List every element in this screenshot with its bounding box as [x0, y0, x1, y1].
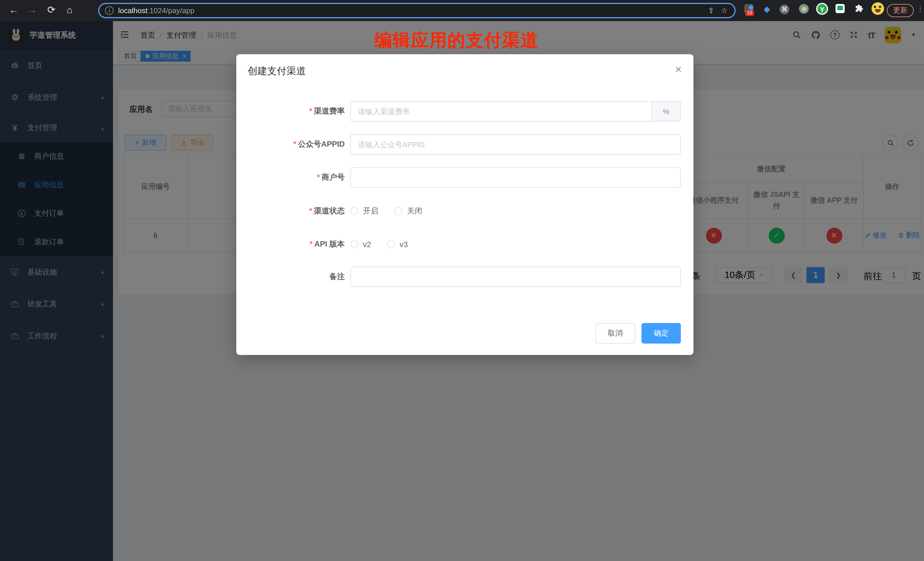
profile-avatar[interactable] — [872, 2, 884, 16]
browser-menu-icon[interactable]: ⋮ — [916, 4, 924, 13]
form-row-channel-status: *渠道状态 开启 关闭 — [236, 201, 693, 221]
dialog-title: 创建支付渠道 — [248, 64, 306, 78]
url-host: localhost — [118, 6, 147, 15]
extension-badge: 10 — [746, 10, 754, 16]
extension-command-icon[interactable]: ⌘ — [780, 4, 789, 14]
form-row-fee-rate: *渠道费率 % — [236, 101, 693, 122]
form-row-appid: *公众号APPID — [236, 134, 693, 154]
field-label: 公众号APPID — [298, 140, 345, 148]
percent-append: % — [651, 101, 681, 122]
browser-update-button[interactable]: 更新 — [887, 4, 914, 17]
form-row-api-version: *API 版本 v2 v3 — [236, 234, 693, 255]
field-label: 商户号 — [322, 173, 345, 182]
dialog-close-icon[interactable]: ✕ — [675, 64, 682, 75]
browser-reload-icon[interactable]: ⟳ — [46, 4, 57, 16]
radio-status-open[interactable]: 开启 — [350, 206, 378, 216]
extension-chat-icon[interactable] — [836, 4, 844, 15]
field-label: 渠道费率 — [314, 107, 345, 115]
remark-input[interactable] — [350, 267, 681, 287]
field-label: 备注 — [329, 272, 345, 281]
share-icon[interactable]: ⇪ — [708, 6, 714, 15]
browser-home-icon[interactable]: ⌂ — [64, 4, 75, 16]
radio-status-closed[interactable]: 关闭 — [394, 206, 422, 216]
appid-input[interactable] — [350, 134, 681, 154]
browser-back-icon[interactable]: ← — [8, 4, 20, 16]
extension-dot-icon[interactable] — [799, 4, 809, 15]
confirm-button[interactable]: 确定 — [642, 323, 681, 344]
address-bar[interactable]: i localhost:1024/pay/app ⇪ ☆ — [98, 3, 736, 18]
form-row-merchant-id: *商户号 — [236, 167, 693, 188]
bookmark-star-icon[interactable]: ☆ — [721, 6, 728, 15]
field-label: 渠道状态 — [314, 207, 345, 215]
fee-rate-input[interactable] — [350, 101, 651, 122]
browser-forward-icon[interactable]: → — [26, 4, 38, 16]
extension-y-icon[interactable]: Y — [816, 3, 828, 15]
extensions-puzzle-icon[interactable] — [855, 4, 864, 12]
radio-circle-icon — [394, 207, 402, 215]
merchant-id-input[interactable] — [350, 167, 681, 188]
radio-api-v2[interactable]: v2 — [350, 240, 371, 249]
site-info-icon[interactable]: i — [105, 6, 114, 15]
annotation-text: 编辑应用的支付渠道 — [374, 28, 539, 52]
browser-chrome: ← → ⟳ ⌂ i localhost:1024/pay/app ⇪ ☆ ◆ 1… — [0, 0, 924, 21]
create-channel-dialog: 创建支付渠道 ✕ *渠道费率 % *公众号APPID *商户号 — [236, 54, 693, 355]
radio-circle-icon — [350, 240, 358, 248]
radio-circle-icon — [387, 240, 395, 248]
extension-kite-icon[interactable]: ◆ — [764, 4, 770, 14]
form-row-remark: 备注 — [236, 267, 693, 287]
radio-api-v3[interactable]: v3 — [387, 240, 408, 249]
field-label: API 版本 — [314, 240, 345, 248]
url-path: :1024/pay/app — [147, 6, 195, 15]
cancel-button[interactable]: 取消 — [595, 323, 635, 344]
radio-circle-icon — [350, 207, 358, 215]
